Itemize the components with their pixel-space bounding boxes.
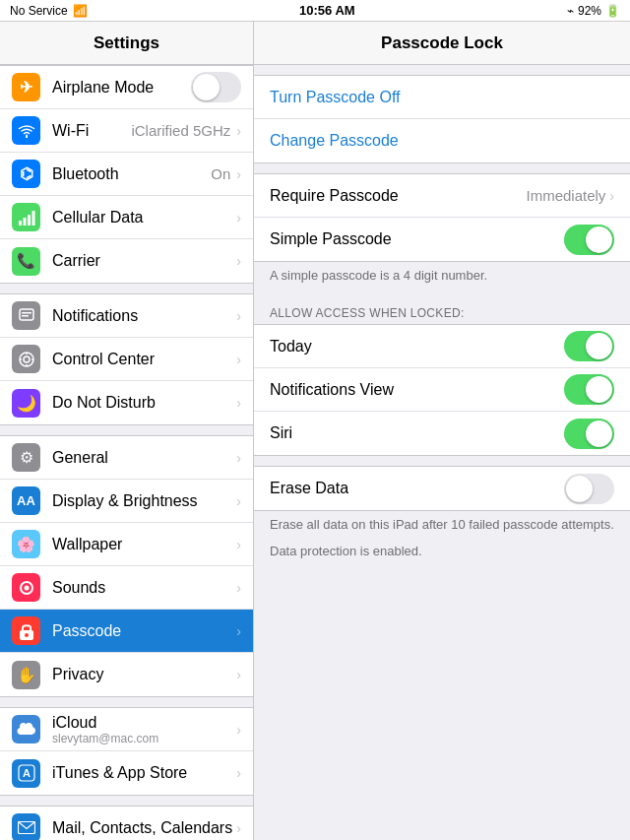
carrier-chevron: ›: [236, 253, 241, 269]
mailcontacts-label: Mail, Contacts, Calendars: [52, 819, 236, 837]
notifications-svg: [18, 307, 35, 325]
sidebar-item-icloud[interactable]: iCloud slevytam@mac.com ›: [0, 708, 253, 751]
sidebar-item-notifications[interactable]: Notifications ›: [0, 294, 253, 338]
sidebar-item-sounds[interactable]: Sounds ›: [0, 566, 253, 610]
passcode-svg: [19, 622, 34, 640]
svg-point-14: [24, 585, 29, 590]
simple-passcode-label: Simple Passcode: [270, 230, 564, 248]
appstore-svg: A: [18, 764, 35, 782]
icloud-chevron: ›: [236, 722, 241, 738]
wallpaper-label: Wallpaper: [52, 536, 236, 553]
status-right: ⌁ 92% 🔋: [567, 4, 620, 18]
left-header: Settings: [0, 22, 253, 65]
notifications-label: Notifications: [52, 307, 236, 325]
sidebar-item-airplane[interactable]: ✈ Airplane Mode: [0, 66, 253, 109]
passcode-lock-title: Passcode Lock: [381, 33, 503, 53]
bluetooth-icon-box: ⌬: [12, 160, 40, 188]
status-left: No Service 📶: [10, 4, 88, 18]
svg-point-8: [24, 356, 30, 362]
settings-group-icloud: iCloud slevytam@mac.com › A iTunes & App…: [0, 707, 253, 796]
notifications-view-toggle[interactable]: [564, 374, 614, 405]
wifi-chevron: ›: [236, 123, 241, 139]
sounds-label: Sounds: [52, 579, 236, 597]
airplane-toggle[interactable]: [191, 72, 241, 102]
today-item[interactable]: Today: [254, 325, 630, 368]
siri-toggle[interactable]: [564, 419, 614, 449]
sidebar-item-wifi[interactable]: Wi-Fi iClarified 5GHz ›: [0, 109, 253, 153]
today-toggle[interactable]: [564, 331, 614, 361]
bluetooth-icon: ⌁: [567, 4, 574, 18]
sidebar-item-controlcenter[interactable]: Control Center ›: [0, 338, 253, 381]
main-layout: Settings ✈ Airplane Mode: [0, 22, 630, 840]
carrier-label: Carrier: [52, 252, 236, 270]
sidebar-item-privacy[interactable]: ✋ Privacy ›: [0, 653, 253, 696]
sidebar-item-itunesappstore[interactable]: A iTunes & App Store ›: [0, 751, 253, 795]
sidebar-item-cellular[interactable]: Cellular Data ›: [0, 196, 253, 239]
sidebar-item-displaybrightness[interactable]: AA Display & Brightness ›: [0, 480, 253, 523]
sidebar-item-general[interactable]: ⚙ General ›: [0, 436, 253, 480]
wallpaper-icon-box: 🌸: [12, 530, 40, 558]
right-panel: Passcode Lock Turn Passcode Off Change P…: [254, 22, 630, 840]
erase-data-label: Erase Data: [270, 480, 564, 497]
erase-data-group: Erase Data: [254, 466, 630, 511]
wallpaper-icon-char: 🌸: [17, 536, 35, 553]
sidebar-item-donotdisturb[interactable]: 🌙 Do Not Disturb ›: [0, 381, 253, 424]
icloud-label: iCloud: [52, 714, 236, 732]
general-label: General: [52, 449, 236, 467]
simple-passcode-toggle[interactable]: [564, 225, 614, 255]
wifi-svg: [18, 124, 35, 138]
require-passcode-label: Require Passcode: [270, 187, 526, 205]
sidebar-item-passcode[interactable]: Passcode ›: [0, 610, 253, 653]
notifications-chevron: ›: [236, 308, 241, 324]
sounds-icon-box: [12, 573, 40, 602]
turn-passcode-off-item[interactable]: Turn Passcode Off: [254, 76, 630, 119]
siri-item[interactable]: Siri: [254, 412, 630, 455]
simple-passcode-note: A simple passcode is a 4 digit number.: [254, 262, 630, 289]
settings-group-mail: Mail, Contacts, Calendars › Notes ›: [0, 806, 253, 840]
privacy-chevron: ›: [236, 667, 241, 682]
displaybrightness-chevron: ›: [236, 493, 241, 509]
turn-passcode-off-label: Turn Passcode Off: [270, 89, 614, 106]
settings-title: Settings: [94, 33, 159, 53]
passcode-label: Passcode: [52, 622, 236, 640]
today-label: Today: [270, 338, 564, 355]
airplane-label: Airplane Mode: [52, 79, 191, 97]
donotdisturb-label: Do Not Disturb: [52, 394, 236, 412]
passcode-settings-group: Require Passcode Immediately › Simple Pa…: [254, 173, 630, 262]
general-chevron: ›: [236, 450, 241, 466]
right-header: Passcode Lock: [254, 22, 630, 65]
require-passcode-value: Immediately: [526, 187, 605, 204]
svg-rect-3: [32, 211, 34, 226]
sidebar-item-wallpaper[interactable]: 🌸 Wallpaper ›: [0, 523, 253, 566]
mail-icon-box: [12, 813, 40, 840]
require-passcode-chevron: ›: [609, 188, 614, 204]
passcode-actions-group: Turn Passcode Off Change Passcode: [254, 75, 630, 163]
require-passcode-item[interactable]: Require Passcode Immediately ›: [254, 174, 630, 218]
battery-icon: 🔋: [605, 4, 620, 18]
sidebar-item-carrier[interactable]: 📞 Carrier ›: [0, 239, 253, 283]
allow-access-label: ALLOW ACCESS WHEN LOCKED:: [254, 298, 630, 324]
battery-text: 92%: [578, 4, 601, 18]
notifications-view-item[interactable]: Notifications View: [254, 368, 630, 412]
controlcenter-label: Control Center: [52, 351, 236, 368]
mail-svg: [18, 821, 35, 834]
icloud-svg: [17, 723, 36, 736]
displaybrightness-icon-char: AA: [17, 493, 35, 508]
icloud-icon-box: [12, 715, 40, 743]
erase-data-toggle[interactable]: [564, 474, 614, 504]
erase-data-note1: Erase all data on this iPad after 10 fai…: [254, 511, 630, 538]
donotdisturb-icon-char: 🌙: [17, 394, 36, 413]
simple-passcode-item[interactable]: Simple Passcode: [254, 218, 630, 261]
general-icon-char: ⚙: [20, 448, 33, 467]
change-passcode-item[interactable]: Change Passcode: [254, 119, 630, 162]
mailcontacts-chevron: ›: [236, 820, 241, 836]
sounds-chevron: ›: [236, 580, 241, 596]
sidebar-item-mailcontacts[interactable]: Mail, Contacts, Calendars ›: [0, 807, 253, 840]
settings-group-connectivity: ✈ Airplane Mode Wi-Fi iCl: [0, 65, 253, 284]
bluetooth-icon-char: ⌬: [20, 164, 33, 183]
general-icon-box: ⚙: [12, 443, 40, 472]
sidebar-item-bluetooth[interactable]: ⌬ Bluetooth On ›: [0, 153, 253, 196]
erase-data-item[interactable]: Erase Data: [254, 467, 630, 510]
svg-rect-0: [19, 221, 22, 226]
passcode-icon-box: [12, 616, 40, 645]
